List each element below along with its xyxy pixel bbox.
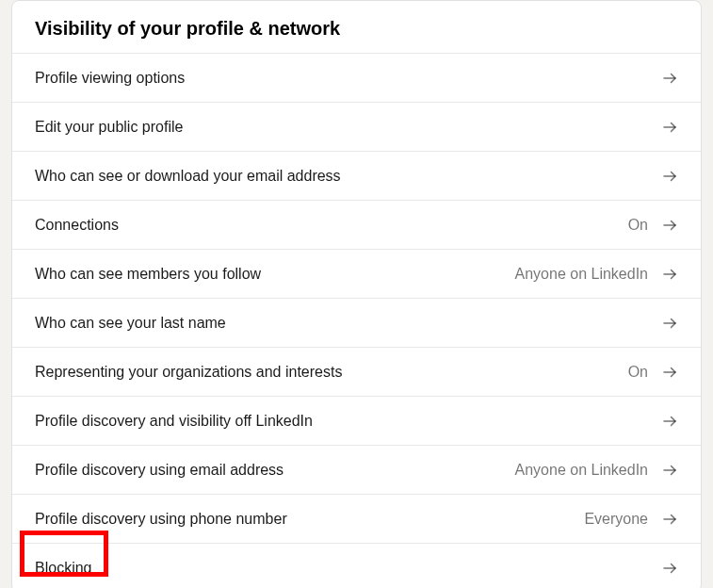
row-right: [648, 119, 678, 136]
row-label: Connections: [35, 217, 119, 234]
row-label: Profile discovery using email address: [35, 462, 284, 479]
row-discovery-phone[interactable]: Profile discovery using phone number Eve…: [12, 494, 701, 543]
row-label: Profile discovery using phone number: [35, 511, 287, 528]
arrow-right-icon: [661, 315, 678, 332]
row-right: [648, 560, 678, 577]
row-value: Everyone: [584, 511, 648, 528]
arrow-right-icon: [661, 364, 678, 381]
arrow-right-icon: [661, 511, 678, 528]
row-value: On: [628, 364, 648, 381]
row-connections[interactable]: Connections On: [12, 200, 701, 249]
row-email-address-visibility[interactable]: Who can see or download your email addre…: [12, 151, 701, 200]
section-title: Visibility of your profile & network: [12, 1, 701, 53]
row-discovery-off-linkedin[interactable]: Profile discovery and visibility off Lin…: [12, 396, 701, 445]
arrow-right-icon: [661, 560, 678, 577]
row-right: [648, 70, 678, 87]
row-label: Representing your organizations and inte…: [35, 364, 342, 381]
arrow-right-icon: [661, 168, 678, 185]
row-label: Edit your public profile: [35, 119, 183, 136]
row-profile-viewing-options[interactable]: Profile viewing options: [12, 53, 701, 102]
row-value: On: [628, 217, 648, 234]
arrow-right-icon: [661, 70, 678, 87]
row-organizations-interests[interactable]: Representing your organizations and inte…: [12, 347, 701, 396]
arrow-right-icon: [661, 119, 678, 136]
row-label: Who can see or download your email addre…: [35, 168, 341, 185]
arrow-right-icon: [661, 266, 678, 283]
row-label: Who can see members you follow: [35, 266, 261, 283]
row-label: Blocking: [35, 560, 91, 577]
arrow-right-icon: [661, 217, 678, 234]
visibility-settings-panel: Visibility of your profile & network Pro…: [11, 0, 702, 588]
row-right: [648, 315, 678, 332]
row-value: Anyone on LinkedIn: [515, 266, 648, 283]
row-right: [648, 413, 678, 430]
arrow-right-icon: [661, 413, 678, 430]
row-members-you-follow[interactable]: Who can see members you follow Anyone on…: [12, 249, 701, 298]
row-right: Anyone on LinkedIn: [515, 266, 678, 283]
row-discovery-email[interactable]: Profile discovery using email address An…: [12, 445, 701, 494]
arrow-right-icon: [661, 462, 678, 479]
row-right: Anyone on LinkedIn: [515, 462, 678, 479]
row-right: Everyone: [584, 511, 678, 528]
row-edit-public-profile[interactable]: Edit your public profile: [12, 102, 701, 151]
row-label: Profile viewing options: [35, 70, 185, 87]
row-right: On: [628, 364, 678, 381]
row-value: Anyone on LinkedIn: [515, 462, 648, 479]
row-label: Profile discovery and visibility off Lin…: [35, 413, 313, 430]
row-last-name-visibility[interactable]: Who can see your last name: [12, 298, 701, 347]
row-right: [648, 168, 678, 185]
row-label: Who can see your last name: [35, 315, 226, 332]
row-right: On: [628, 217, 678, 234]
row-blocking[interactable]: Blocking: [12, 543, 701, 588]
